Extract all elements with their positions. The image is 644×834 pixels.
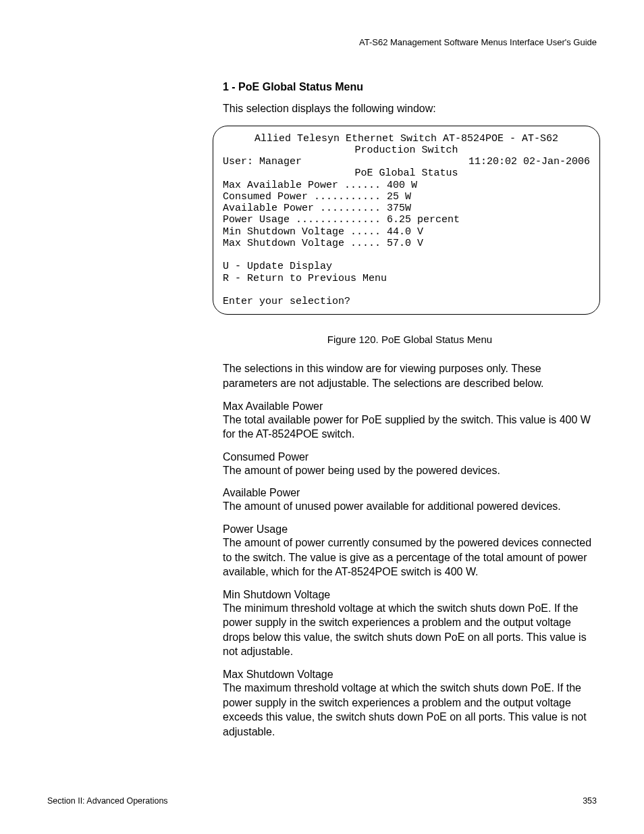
terminal-title-1: Allied Telesyn Ethernet Switch AT-8524PO… bbox=[223, 133, 590, 145]
terminal-user: User: Manager bbox=[223, 156, 302, 167]
terminal-option: U - Update Display bbox=[223, 261, 590, 272]
definition-list: Max Available Power The total available … bbox=[223, 400, 597, 739]
intro-text: This selection displays the following wi… bbox=[223, 101, 597, 116]
def-desc: The amount of power currently consumed b… bbox=[223, 536, 597, 579]
footer-page-number: 353 bbox=[583, 796, 597, 806]
def-desc: The minimum threshold voltage at which t… bbox=[223, 601, 597, 659]
terminal-data-row: Power Usage .............. 6.25 percent bbox=[223, 214, 590, 226]
terminal-prompt: Enter your selection? bbox=[223, 296, 590, 307]
section-heading: 1 - PoE Global Status Menu bbox=[223, 81, 597, 93]
terminal-subtitle: PoE Global Status bbox=[223, 167, 590, 179]
def-term: Min Shutdown Voltage bbox=[223, 589, 597, 601]
def-term: Max Shutdown Voltage bbox=[223, 669, 597, 681]
page-footer: Section II: Advanced Operations 353 bbox=[47, 796, 597, 806]
def-desc: The amount of unused power available for… bbox=[223, 499, 597, 514]
def-term: Consumed Power bbox=[223, 451, 597, 463]
terminal-data-row: Available Power .......... 375W bbox=[223, 203, 590, 214]
terminal-window: Allied Telesyn Ethernet Switch AT-8524PO… bbox=[213, 126, 600, 315]
main-content: 1 - PoE Global Status Menu This selectio… bbox=[223, 81, 597, 739]
def-desc: The amount of power being used by the po… bbox=[223, 463, 597, 478]
def-term: Power Usage bbox=[223, 523, 597, 536]
note-text: The selections in this window are for vi… bbox=[223, 361, 597, 390]
def-term: Available Power bbox=[223, 487, 597, 499]
def-term: Max Available Power bbox=[223, 400, 597, 413]
footer-section: Section II: Advanced Operations bbox=[47, 796, 168, 806]
terminal-data-row: Max Available Power ...... 400 W bbox=[223, 180, 590, 191]
document-page: AT-S62 Management Software Menus Interfa… bbox=[0, 0, 644, 834]
terminal-data-row: Max Shutdown Voltage ..... 57.0 V bbox=[223, 238, 590, 249]
figure-caption: Figure 120. PoE Global Status Menu bbox=[223, 334, 597, 345]
running-header: AT-S62 Management Software Menus Interfa… bbox=[47, 37, 597, 47]
def-desc: The maximum threshold voltage at which t… bbox=[223, 681, 597, 739]
terminal-data-row: Min Shutdown Voltage ..... 44.0 V bbox=[223, 226, 590, 238]
terminal-datetime: 11:20:02 02-Jan-2006 bbox=[468, 156, 590, 167]
terminal-user-row: User: Manager11:20:02 02-Jan-2006 bbox=[223, 156, 590, 167]
terminal-title-2: Production Switch bbox=[223, 145, 590, 156]
def-desc: The total available power for PoE suppli… bbox=[223, 413, 597, 442]
terminal-option: R - Return to Previous Menu bbox=[223, 273, 590, 284]
terminal-data-row: Consumed Power ........... 25 W bbox=[223, 191, 590, 203]
